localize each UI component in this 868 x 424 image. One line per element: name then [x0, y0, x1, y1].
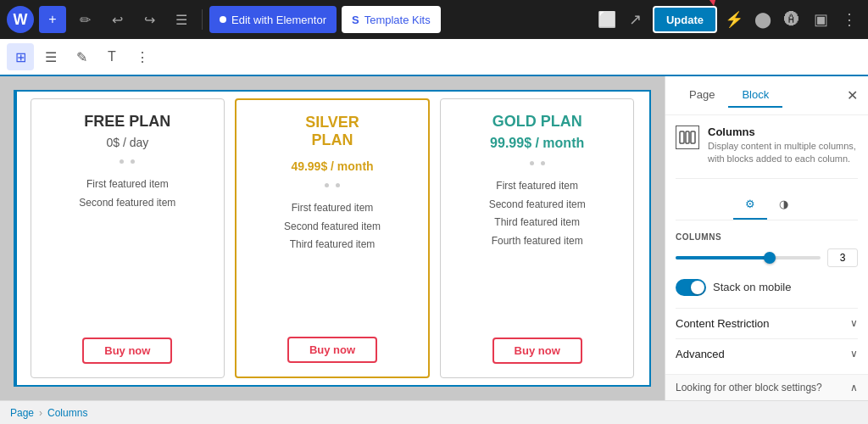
- free-plan-title: FREE PLAN: [84, 113, 170, 131]
- advanced-arrow: ∨: [850, 348, 858, 360]
- text-button[interactable]: T: [98, 43, 125, 70]
- list-view-button[interactable]: ☰: [37, 43, 64, 70]
- page-tab[interactable]: Page: [676, 83, 728, 108]
- sidebar-icon[interactable]: ▣: [809, 8, 832, 31]
- edit-with-elementor-button[interactable]: Edit with Elementor: [209, 6, 337, 33]
- update-button[interactable]: Update: [653, 6, 717, 33]
- add-block-button[interactable]: +: [39, 6, 66, 33]
- list-icon[interactable]: ☰: [168, 6, 195, 33]
- layout-view-button[interactable]: ⊞: [7, 43, 34, 70]
- divider-1: [202, 9, 203, 30]
- panel-body: Columns Display content in multiple colu…: [665, 115, 868, 374]
- circle-icon[interactable]: ⬤: [751, 8, 775, 31]
- svg-rect-0: [680, 131, 684, 143]
- dot-4: [336, 183, 340, 187]
- style-button[interactable]: ✎: [68, 43, 95, 70]
- main-layout: FREE PLAN 0$ / day First featured item S…: [0, 76, 868, 400]
- columns-slider-row: 3: [676, 248, 858, 267]
- panel-close-button[interactable]: ✕: [847, 87, 858, 103]
- panel-tabs: Page Block: [676, 83, 782, 108]
- svg-rect-1: [686, 131, 689, 143]
- secondary-toolbar: ⊞ ☰ ✎ T ⋮: [0, 39, 868, 76]
- blue-handle: [14, 92, 17, 385]
- desktop-icon[interactable]: ⬜: [595, 8, 619, 31]
- gold-feature-2: Second featured item: [489, 196, 586, 215]
- breadcrumb-separator: ›: [39, 407, 42, 419]
- bottom-bar: Page › Columns: [0, 400, 868, 424]
- free-plan-card: FREE PLAN 0$ / day First featured item S…: [31, 98, 225, 378]
- columns-label: COLUMNS: [676, 232, 858, 242]
- columns-block-icon: [676, 126, 699, 149]
- template-kits-logo: S: [352, 14, 359, 26]
- silver-feature-2: Second featured item: [284, 218, 381, 237]
- gear-settings-tab[interactable]: ⚙: [733, 191, 767, 220]
- block-info: Columns Display content in multiple colu…: [676, 126, 858, 179]
- undo-icon[interactable]: ↩: [103, 6, 131, 33]
- content-restriction-title: Content Restriction: [676, 317, 770, 330]
- gold-plan-card: GOLD PLAN 99.99$ / month First featured …: [440, 98, 634, 378]
- advanced-header[interactable]: Advanced ∨: [676, 348, 858, 360]
- dot-2: [131, 159, 135, 164]
- stack-on-mobile-row: Stack on mobile: [676, 279, 858, 296]
- columns-input[interactable]: 3: [827, 248, 858, 267]
- columns-slider-track[interactable]: [676, 256, 821, 259]
- gold-plan-price: 99.99$ / month: [490, 136, 584, 151]
- style-settings-tab[interactable]: ◑: [767, 191, 801, 220]
- block-tab[interactable]: Block: [728, 83, 782, 108]
- red-arrow-indicator: [675, 0, 726, 8]
- template-kits-label: Template Kits: [364, 14, 431, 26]
- stack-on-mobile-toggle[interactable]: [676, 279, 706, 296]
- silver-feature-3: Third featured item: [284, 236, 381, 254]
- dot-5: [530, 161, 534, 165]
- elementor-button-label: Edit with Elementor: [231, 14, 326, 26]
- stack-on-mobile-label: Stack on mobile: [713, 281, 792, 293]
- free-plan-dots: [120, 159, 135, 164]
- plans-container: FREE PLAN 0$ / day First featured item S…: [15, 92, 649, 385]
- gold-feature-4: Fourth featured item: [489, 232, 586, 251]
- columns-slider-thumb[interactable]: [764, 252, 776, 264]
- looking-for-label: Looking for other block settings?: [676, 382, 822, 393]
- canvas: FREE PLAN 0$ / day First featured item S…: [0, 76, 665, 400]
- silver-buy-button[interactable]: Buy now: [287, 337, 377, 363]
- silver-plan-dots: [325, 183, 340, 187]
- gold-buy-button[interactable]: Buy now: [492, 338, 582, 364]
- free-feature-1: First featured item: [79, 176, 175, 194]
- content-restriction-arrow: ∨: [850, 317, 858, 329]
- template-kits-button[interactable]: S Template Kits: [342, 6, 441, 33]
- external-link-icon[interactable]: ↗: [624, 8, 648, 31]
- content-restriction-accordion: Content Restriction ∨: [676, 308, 858, 338]
- gold-plan-features: First featured item Second featured item…: [489, 177, 586, 250]
- columns-slider-fill: [676, 256, 770, 259]
- gold-feature-1: First featured item: [489, 177, 586, 196]
- looking-for-arrow: ∧: [850, 382, 858, 393]
- toolbar-right: ⬜ ↗ Update ⚡ ⬤ 🅐 ▣ ⋮: [595, 6, 861, 33]
- gold-plan-dots: [530, 161, 545, 165]
- elementor-dot: [220, 16, 226, 23]
- redo-icon[interactable]: ↪: [136, 6, 163, 33]
- bolt-icon[interactable]: ⚡: [722, 8, 746, 31]
- breadcrumb-page[interactable]: Page: [10, 407, 34, 419]
- silver-plan-features: First featured item Second featured item…: [284, 199, 381, 254]
- edit-icon[interactable]: ✏: [71, 6, 98, 33]
- silver-plan-title: SILVERPLAN: [305, 114, 359, 149]
- free-feature-2: Second featured item: [79, 194, 175, 213]
- wp-logo[interactable]: W: [7, 6, 34, 33]
- panel-header: Page Block ✕: [665, 76, 868, 115]
- breadcrumb-columns[interactable]: Columns: [47, 407, 87, 419]
- a-icon[interactable]: 🅐: [780, 8, 804, 31]
- dot-6: [541, 161, 545, 165]
- settings-tabs: ⚙ ◑: [676, 191, 858, 220]
- free-plan-price: 0$ / day: [106, 136, 148, 149]
- silver-feature-1: First featured item: [284, 199, 381, 218]
- content-restriction-header[interactable]: Content Restriction ∨: [676, 317, 858, 330]
- free-buy-button[interactable]: Buy now: [82, 338, 172, 364]
- dot-3: [325, 183, 329, 187]
- more-button[interactable]: ⋮: [129, 43, 156, 70]
- right-panel: Page Block ✕ Columns Display content in …: [665, 76, 868, 400]
- gold-plan-title: GOLD PLAN: [492, 113, 582, 131]
- looking-for-bar[interactable]: Looking for other block settings? ∧: [665, 374, 868, 400]
- silver-plan-price: 49.99$ / month: [291, 159, 373, 173]
- free-plan-features: First featured item Second featured item: [79, 176, 175, 212]
- more-options-icon[interactable]: ⋮: [837, 8, 861, 31]
- advanced-title: Advanced: [676, 348, 725, 360]
